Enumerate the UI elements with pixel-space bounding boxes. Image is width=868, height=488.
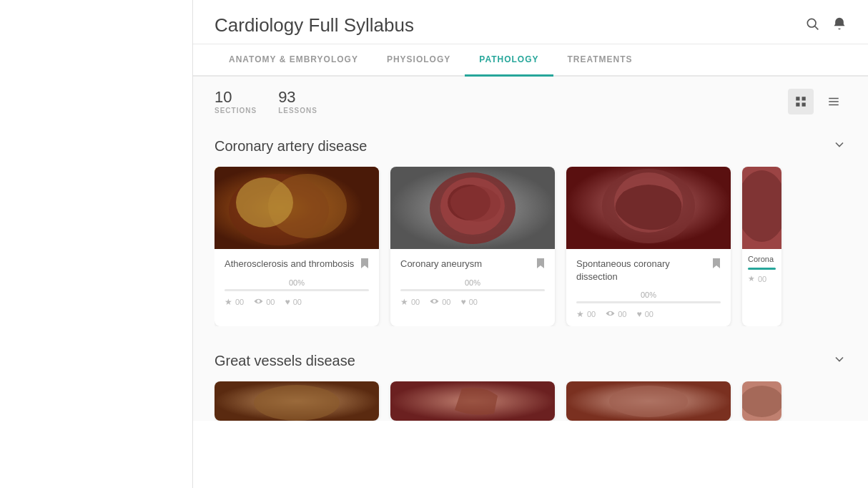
views-count: 00 — [442, 298, 450, 306]
lessons-count: 93 — [278, 88, 317, 107]
sections-label: SECTIONS — [214, 107, 257, 114]
card-stat-stars: ★ 00 — [576, 309, 596, 319]
star-count: 00 — [235, 298, 244, 306]
eye-icon — [606, 309, 615, 319]
bookmark-icon-spontaneous[interactable] — [712, 258, 721, 271]
star-count: 00 — [587, 310, 596, 318]
great-vessels-section: Great vessels disease — [193, 341, 868, 421]
heart-icon: ♥ — [285, 297, 290, 307]
svg-point-12 — [236, 177, 293, 228]
svg-rect-5 — [802, 102, 806, 106]
section-header-vessels: Great vessels disease — [214, 341, 847, 381]
svg-point-21 — [742, 170, 781, 242]
progress-section-spontaneous: 00% — [576, 291, 721, 303]
card-stats-atherosclerosis: ★ 00 00 ♥ 00 — [225, 297, 369, 307]
section-title-vessels: Great vessels disease — [214, 353, 355, 369]
card-spontaneous-dissection[interactable]: Spontaneous coronary dissection 00% — [566, 167, 731, 326]
tab-physiology[interactable]: PHYSIOLOGY — [373, 44, 465, 77]
card-coronary-aneurysm[interactable]: Coronary aneurysm 00% — [390, 167, 555, 326]
star-icon-partial: ★ — [748, 274, 755, 283]
likes-count: 00 — [469, 298, 478, 306]
bookmark-icon-aneurysm[interactable] — [536, 258, 545, 271]
progress-partial — [748, 268, 776, 270]
card-title-row: Atherosclerosis and thrombosis — [225, 258, 369, 271]
tab-treatments[interactable]: TREATMENTS — [553, 44, 647, 77]
section-header-coronary: Coronary artery disease — [214, 126, 847, 167]
progress-section-atherosclerosis: 00% — [225, 278, 369, 291]
main-content: Cardiology Full Syllabus ANATOMY & EMBRY… — [193, 0, 868, 488]
progress-bar-aneurysm — [400, 289, 545, 291]
lessons-stat: 93 LESSONS — [278, 88, 317, 114]
svg-rect-2 — [796, 97, 799, 100]
card-stat-likes: ♥ 00 — [637, 309, 654, 319]
card-stat-stars: ★ 00 — [225, 297, 244, 307]
views-count: 00 — [618, 310, 626, 318]
star-icon: ★ — [400, 297, 408, 307]
tab-pathology[interactable]: PATHOLOGY — [465, 44, 553, 77]
card-title-partial: Corona — [748, 255, 776, 263]
card-vessel-3[interactable] — [566, 381, 731, 421]
card-stat-views: 00 — [606, 309, 626, 319]
bell-icon[interactable] — [832, 16, 847, 34]
page-title: Cardiology Full Syllabus — [214, 14, 414, 36]
likes-count: 00 — [645, 310, 654, 318]
star-icon: ★ — [225, 297, 232, 307]
progress-percent-spontaneous: 00% — [576, 291, 721, 299]
bookmark-icon-atherosclerosis[interactable] — [360, 258, 369, 271]
heart-icon: ♥ — [461, 297, 466, 307]
left-sidebar — [0, 0, 193, 488]
page-wrapper: Cardiology Full Syllabus ANATOMY & EMBRY… — [0, 0, 868, 488]
section-title-coronary: Coronary artery disease — [214, 138, 367, 155]
partial-stat: ★ 00 — [748, 274, 776, 283]
card-image-spontaneous — [566, 167, 731, 249]
tab-anatomy[interactable]: ANATOMY & EMBRYOLOGY — [214, 44, 373, 77]
card-vessel-4-partial[interactable] — [742, 381, 781, 421]
heart-icon: ♥ — [637, 309, 642, 319]
card-partial-corona[interactable]: Corona ★ 00 — [742, 167, 781, 326]
progress-section-aneurysm: 00% — [400, 278, 545, 291]
card-stat-views: 00 — [254, 297, 275, 307]
sections-stat: 10 SECTIONS — [214, 88, 257, 114]
card-body-partial: Corona ★ 00 — [742, 249, 781, 289]
card-image-atherosclerosis — [214, 167, 379, 249]
card-stat-likes: ♥ 00 — [285, 297, 302, 307]
card-image-aneurysm — [390, 167, 555, 249]
section-toggle-coronary[interactable] — [832, 137, 847, 155]
card-title-atherosclerosis: Atherosclerosis and thrombosis — [225, 258, 356, 270]
card-image-partial — [742, 167, 781, 249]
card-stats-aneurysm: ★ 00 00 ♥ 00 — [400, 297, 545, 307]
search-icon[interactable] — [805, 16, 819, 34]
likes-count: 00 — [293, 298, 302, 306]
card-image-vessel-1 — [214, 381, 379, 421]
stats-bar: 10 SECTIONS 93 LESSONS — [193, 77, 868, 126]
card-image-vessel-3 — [566, 381, 731, 421]
progress-bar-atherosclerosis — [225, 289, 369, 291]
progress-percent-atherosclerosis: 00% — [225, 278, 369, 287]
grid-view-button[interactable] — [788, 89, 814, 114]
lessons-label: LESSONS — [278, 107, 317, 114]
card-stat-likes: ♥ 00 — [461, 297, 478, 307]
svg-point-0 — [807, 19, 816, 27]
coronary-artery-section: Coronary artery disease — [193, 126, 868, 341]
section-toggle-vessels[interactable] — [832, 352, 847, 370]
card-body-spontaneous: Spontaneous coronary dissection 00% — [566, 249, 731, 326]
card-body-aneurysm: Coronary aneurysm 00% — [390, 249, 555, 314]
card-title-row-spontaneous: Spontaneous coronary dissection — [576, 258, 721, 283]
stats-left: 10 SECTIONS 93 LESSONS — [214, 88, 317, 114]
card-vessel-2[interactable] — [390, 381, 555, 421]
card-vessel-1[interactable] — [214, 381, 379, 421]
card-atherosclerosis[interactable]: Atherosclerosis and thrombosis 00% — [214, 167, 379, 326]
coronary-cards-row: Atherosclerosis and thrombosis 00% — [214, 167, 847, 326]
star-count: 00 — [411, 298, 420, 306]
sections-count: 10 — [214, 88, 257, 107]
card-title-spontaneous: Spontaneous coronary dissection — [576, 258, 708, 283]
top-bar: Cardiology Full Syllabus — [193, 0, 868, 44]
top-icons — [805, 16, 847, 34]
list-view-button[interactable] — [821, 89, 847, 114]
card-image-vessel-4 — [742, 381, 781, 421]
svg-point-28 — [742, 386, 781, 417]
svg-rect-3 — [802, 97, 806, 100]
star-count-partial: 00 — [758, 275, 766, 283]
progress-bar-spontaneous — [576, 301, 721, 303]
svg-rect-4 — [796, 102, 799, 106]
